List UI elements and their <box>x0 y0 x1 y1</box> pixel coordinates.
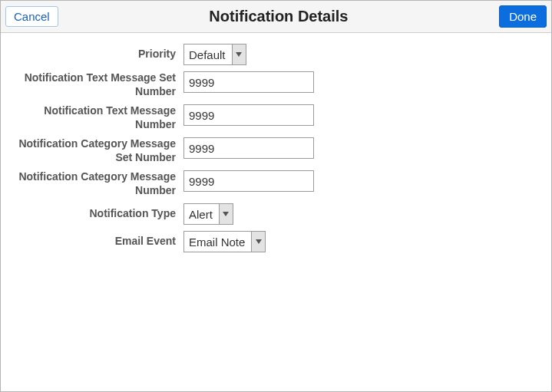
email-event-select[interactable]: Email Note <box>183 231 266 252</box>
cancel-button[interactable]: Cancel <box>5 6 58 27</box>
done-button[interactable]: Done <box>499 5 547 28</box>
email-event-select-value: Email Note <box>184 232 251 252</box>
chevron-down-icon <box>219 204 233 224</box>
text-msg-set-num-input[interactable] <box>183 71 314 93</box>
cat-msg-set-num-input[interactable] <box>183 137 314 159</box>
notification-type-select-value: Alert <box>184 204 219 224</box>
dialog-header: Cancel Notification Details Done <box>1 1 551 33</box>
chevron-down-icon <box>232 44 246 64</box>
cat-msg-num-input[interactable] <box>183 170 314 192</box>
row-text-msg-set-num: Notification Text Message Set Number <box>8 71 544 98</box>
label-text-msg-num: Notification Text Message Number <box>8 104 183 131</box>
label-cat-msg-num: Notification Category Message Number <box>8 170 183 197</box>
priority-select[interactable]: Default <box>183 44 246 65</box>
chevron-down-icon <box>251 232 265 252</box>
label-notification-type: Notification Type <box>8 207 183 221</box>
label-text-msg-set-num: Notification Text Message Set Number <box>8 71 183 98</box>
priority-select-value: Default <box>184 44 232 64</box>
notification-details-dialog: Cancel Notification Details Done Priorit… <box>0 0 552 392</box>
dialog-title: Notification Details <box>58 8 499 25</box>
row-email-event: Email Event Email Note <box>8 231 544 252</box>
label-priority: Priority <box>8 48 183 61</box>
row-priority: Priority Default <box>8 44 544 65</box>
row-cat-msg-set-num: Notification Category Message Set Number <box>8 137 544 164</box>
dialog-body: Priority Default Notification Text Messa… <box>1 33 551 391</box>
row-notification-type: Notification Type Alert <box>8 203 544 225</box>
row-text-msg-num: Notification Text Message Number <box>8 104 544 131</box>
row-cat-msg-num: Notification Category Message Number <box>8 170 544 197</box>
label-email-event: Email Event <box>8 235 183 249</box>
label-cat-msg-set-num: Notification Category Message Set Number <box>8 137 183 164</box>
notification-type-select[interactable]: Alert <box>183 203 233 225</box>
text-msg-num-input[interactable] <box>183 104 314 126</box>
